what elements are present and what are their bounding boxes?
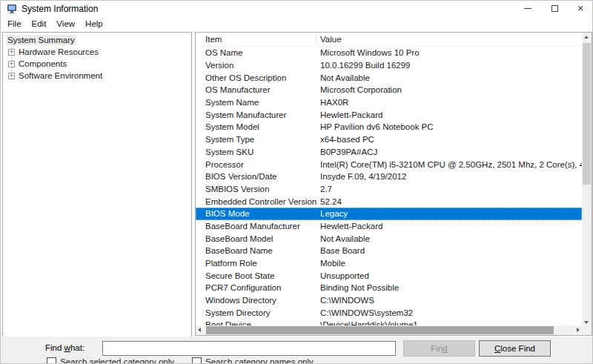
value-cell: Microsoft Windows 10 Pro (320, 48, 582, 57)
item-cell: BaseBoard Name (205, 246, 320, 255)
table-row[interactable]: System ManufacturerHewlett-Packard (196, 108, 582, 121)
menu-item-view[interactable]: View (51, 18, 80, 30)
find-input[interactable] (102, 341, 396, 356)
item-cell: BaseBoard Manufacturer (205, 222, 320, 231)
item-cell: BaseBoard Model (205, 234, 320, 243)
table-row[interactable]: SMBIOS Version2.7 (196, 183, 582, 196)
column-header-value[interactable]: Value (320, 35, 342, 44)
value-cell: Not Available (320, 73, 582, 82)
table-row[interactable]: OS NameMicrosoft Windows 10 Pro (196, 47, 582, 59)
expand-plus-icon[interactable]: + (8, 61, 15, 67)
item-cell: Processor (205, 160, 320, 169)
expand-plus-icon[interactable]: + (8, 49, 15, 56)
value-cell: HP Pavilion dv6 Notebook PC (320, 122, 582, 131)
table-row[interactable]: Other OS DescriptionNot Available (196, 71, 582, 84)
column-header-item[interactable]: Item (205, 35, 222, 44)
maximize-button[interactable] (541, 1, 569, 16)
title-bar: System Information ✕ (1, 1, 592, 16)
menu-item-help[interactable]: Help (80, 18, 108, 30)
horizontal-scroll-thumb[interactable] (206, 326, 554, 334)
app-icon (7, 4, 17, 14)
column-separator[interactable] (316, 34, 317, 45)
table-row[interactable]: PCR7 ConfigurationBinding Not Possible (196, 282, 582, 294)
scrollbar-corner (582, 325, 592, 335)
item-cell: System Directory (205, 308, 320, 317)
sidebar-item-label: Hardware Resources (19, 47, 99, 56)
item-cell: System Type (205, 135, 320, 144)
table-row[interactable]: Windows DirectoryC:\WINDOWS (196, 294, 582, 307)
scroll-up-icon[interactable] (584, 36, 589, 39)
item-cell: Other OS Description (205, 73, 320, 82)
vertical-scrollbar[interactable] (582, 33, 592, 327)
search-options-row: Search selected category only Search cat… (1, 357, 592, 364)
search-category-names-label: Search category names only (205, 357, 314, 364)
search-selected-category-label: Search selected category only (60, 357, 174, 364)
window-controls: ✕ (514, 1, 592, 16)
table-row[interactable]: BaseBoard ManufacturerHewlett-Packard (196, 220, 582, 233)
table-row[interactable]: Version10.0.16299 Build 16299 (196, 59, 582, 72)
value-cell: Base Board (320, 246, 582, 255)
value-cell: B0P39PA#ACJ (320, 148, 582, 156)
item-cell: PCR7 Configuration (205, 283, 320, 292)
item-cell: BIOS Version/Date (205, 172, 320, 181)
item-cell: OS Manufacturer (205, 85, 320, 94)
item-cell: SMBIOS Version (205, 185, 320, 193)
table-row[interactable]: BIOS Version/DateInsyde F.09, 4/19/2012 (196, 171, 582, 183)
search-category-names-checkbox[interactable] (192, 357, 202, 364)
value-cell: C:\WINDOWS\system32 (320, 308, 582, 317)
scroll-left-icon[interactable] (198, 328, 201, 332)
table-row[interactable]: Secure Boot StateUnsupported (196, 269, 582, 282)
value-cell: Binding Not Possible (320, 283, 582, 292)
value-cell: Not Available (320, 234, 582, 243)
find-button[interactable]: Find (403, 340, 475, 357)
sidebar-item-software-environment[interactable]: +Software Environment (3, 70, 191, 82)
value-cell: Insyde F.09, 4/19/2012 (320, 172, 582, 181)
table-row[interactable]: Platform RoleMobile (196, 257, 582, 270)
item-cell: System SKU (205, 148, 320, 156)
close-find-button[interactable]: Close Find (479, 340, 551, 357)
table-row[interactable]: BaseBoard ModelNot Available (196, 232, 582, 245)
find-bar: Find what: Find Close Find Search select… (1, 337, 592, 364)
sidebar-item-hardware-resources[interactable]: +Hardware Resources (3, 46, 191, 58)
table-row[interactable]: System Typex64-based PC (196, 133, 582, 146)
sidebar-item-label: System Summary (6, 35, 76, 45)
find-what-label: Find what: (45, 343, 85, 352)
value-cell: C:\WINDOWS (320, 296, 582, 305)
value-cell: 52.24 (320, 197, 582, 206)
scroll-down-icon[interactable] (584, 321, 589, 324)
table-row[interactable]: System SKUB0P39PA#ACJ (196, 146, 582, 159)
table-row[interactable]: OS ManufacturerMicrosoft Corporation (196, 84, 582, 96)
table-row[interactable]: ProcessorIntel(R) Core(TM) i5-3210M CPU … (196, 158, 582, 171)
close-icon: ✕ (577, 4, 583, 13)
sidebar-item-components[interactable]: +Components (3, 58, 191, 70)
table-row[interactable]: BIOS ModeLegacy (196, 208, 582, 220)
vertical-scroll-thumb[interactable] (583, 43, 591, 185)
table-row[interactable]: System DirectoryC:\WINDOWS\system32 (196, 306, 582, 319)
item-cell: System Manufacturer (205, 110, 320, 119)
table-row[interactable]: System ModelHP Pavilion dv6 Notebook PC (196, 121, 582, 133)
scroll-right-icon[interactable] (577, 328, 580, 332)
list-header: Item Value (196, 33, 582, 47)
minimize-icon (524, 8, 531, 9)
table-row[interactable]: Boot Device\Device\HarddiskVolume1 (196, 319, 582, 325)
item-cell: Version (205, 61, 320, 70)
menu-item-edit[interactable]: Edit (27, 18, 52, 30)
value-cell: HAX0R (320, 98, 582, 107)
item-cell: BIOS Mode (205, 209, 320, 218)
value-cell: Hewlett-Packard (320, 110, 582, 119)
list-rows: OS NameMicrosoft Windows 10 ProVersion10… (196, 47, 582, 325)
maximize-icon (551, 5, 558, 12)
value-cell: Unsupported (320, 271, 582, 280)
value-cell: 2.7 (320, 185, 582, 193)
table-row[interactable]: System NameHAX0R (196, 96, 582, 109)
minimize-button[interactable] (514, 1, 541, 16)
table-row[interactable]: Embedded Controller Version52.24 (196, 195, 582, 208)
search-selected-category-checkbox[interactable] (47, 357, 56, 364)
close-button[interactable]: ✕ (569, 1, 592, 16)
table-row[interactable]: BaseBoard NameBase Board (196, 245, 582, 257)
horizontal-scrollbar[interactable] (196, 325, 582, 335)
menu-item-file[interactable]: File (2, 18, 27, 30)
sidebar-item-label: Components (19, 59, 67, 68)
expand-plus-icon[interactable]: + (8, 73, 15, 79)
sidebar-item-system-summary[interactable]: System Summary (3, 34, 191, 46)
